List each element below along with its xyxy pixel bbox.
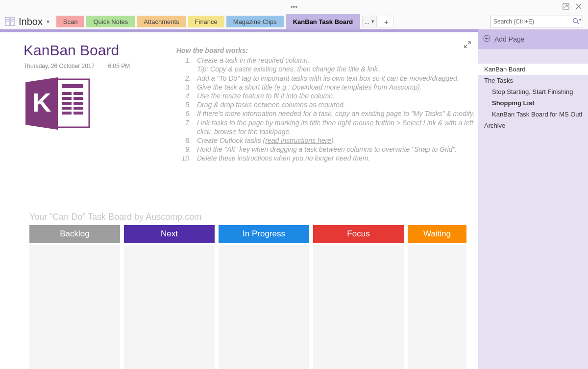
- section-tab-add[interactable]: +: [379, 16, 393, 27]
- ribbon-collapse-dots[interactable]: •••: [291, 3, 298, 11]
- kanban-column-focus[interactable]: Focus: [313, 225, 404, 369]
- howto-step: Add a "To Do" tag to important tasks wit…: [197, 74, 478, 83]
- svg-rect-2: [10, 18, 15, 25]
- board-subtitle: Your “Can Do” Task Board by Auscomp.com: [29, 212, 469, 222]
- kanban-body[interactable]: [313, 245, 404, 369]
- howto-step: Hold the "Alt" key when dragging a task …: [197, 145, 478, 154]
- notebook-label: Inbox: [19, 16, 43, 27]
- section-tab-magazine[interactable]: Magazine Clips: [226, 16, 284, 27]
- page-item-stop-starting[interactable]: Stop Starting, Start Finishing: [478, 86, 588, 97]
- page-panel: Add Page KanBan Board The Tasks Stop Sta…: [478, 29, 588, 369]
- page-item-the-tasks[interactable]: The Tasks: [478, 75, 588, 86]
- kanban-body[interactable]: [29, 245, 120, 369]
- page-date: Thursday, 26 October 2017: [24, 63, 95, 69]
- howto-block[interactable]: How the board works: 1.Create a task in …: [176, 46, 478, 162]
- svg-rect-20: [62, 107, 72, 110]
- page-item-archive[interactable]: Archive: [478, 120, 588, 131]
- section-tab-kanban[interactable]: KanBan Task Board: [286, 14, 361, 29]
- page-time: 6:05 PM: [108, 63, 130, 69]
- add-page-button[interactable]: Add Page: [478, 29, 588, 49]
- page-item-kanban-outlook[interactable]: KanBan Task Board for MS Outl: [478, 109, 588, 120]
- kanban-header-backlog: Backlog: [29, 225, 120, 243]
- notebook-picker[interactable]: Inbox ▼: [5, 16, 50, 27]
- section-tab-quicknotes[interactable]: Quick Notes: [86, 16, 135, 27]
- svg-rect-23: [74, 112, 83, 115]
- svg-rect-22: [62, 112, 72, 115]
- kanban-body[interactable]: [124, 245, 215, 369]
- search-icon[interactable]: ▾: [571, 18, 583, 26]
- notebook-icon: [5, 17, 16, 26]
- add-page-label: Add Page: [494, 35, 525, 43]
- svg-text:K: K: [32, 88, 51, 117]
- search-input[interactable]: [490, 18, 571, 25]
- svg-rect-15: [74, 92, 83, 95]
- page-list: KanBan Board The Tasks Stop Starting, St…: [478, 49, 588, 131]
- svg-rect-21: [74, 107, 83, 110]
- howto-heading: How the board works:: [176, 46, 478, 55]
- howto-step: Use the resize feature to fit it into th…: [197, 92, 478, 100]
- howto-step: Create a task in the required column.: [197, 56, 478, 65]
- chevron-down-icon: ▼: [46, 19, 50, 24]
- section-tabs-overflow[interactable]: ... ▼: [362, 16, 377, 27]
- svg-line-8: [577, 22, 579, 24]
- page-item-shopping-list[interactable]: Shopping List: [478, 97, 588, 109]
- howto-step: Give the task a short title (e.g.: Downl…: [197, 83, 478, 92]
- kanban-column-backlog[interactable]: Backlog: [29, 225, 120, 369]
- kanban-column-waiting[interactable]: Waiting: [408, 225, 466, 369]
- svg-point-7: [573, 18, 578, 23]
- svg-rect-13: [62, 84, 83, 88]
- page-item-kanban-board[interactable]: KanBan Board: [478, 64, 588, 75]
- howto-step: Drag & drop tasks between columns as req…: [197, 100, 478, 109]
- kanban-header-waiting: Waiting: [408, 225, 466, 243]
- howto-step: Delete these instructions when you no lo…: [197, 154, 478, 162]
- kanban-column-next[interactable]: Next: [124, 225, 215, 369]
- kanban-column-inprogress[interactable]: In Progress: [219, 225, 309, 369]
- howto-step: Link tasks to the page by marking its ti…: [197, 118, 478, 136]
- svg-rect-19: [74, 102, 83, 105]
- window-fullscreen-icon[interactable]: [560, 3, 572, 11]
- svg-rect-14: [62, 92, 72, 95]
- section-tab-scan[interactable]: Scan: [56, 16, 85, 27]
- kanban-header-next: Next: [124, 225, 215, 243]
- plus-circle-icon: [483, 35, 490, 44]
- howto-step-tip: Tip: Copy & paste existing ones, then ch…: [197, 65, 380, 73]
- svg-rect-16: [62, 97, 72, 100]
- svg-rect-17: [74, 97, 83, 100]
- kanban-board[interactable]: Backlog Next In Progress Focus Waiting: [29, 225, 469, 369]
- howto-step: Create Outlook tasks (read instructions …: [197, 136, 478, 145]
- section-tab-finance[interactable]: Finance: [188, 16, 224, 27]
- search-box[interactable]: ▾: [490, 16, 583, 27]
- howto-step: If there's more information needed for a…: [197, 109, 478, 118]
- page-canvas[interactable]: KanBan Board Thursday, 26 October 2017 6…: [0, 29, 478, 369]
- svg-rect-18: [62, 102, 72, 105]
- kanban-header-focus: Focus: [313, 225, 404, 243]
- section-tab-attachments[interactable]: Attachments: [137, 16, 186, 27]
- kanban-body[interactable]: [408, 245, 466, 369]
- titlebar: •••: [0, 0, 588, 14]
- kanban-body[interactable]: [219, 245, 309, 369]
- window-close-icon[interactable]: [572, 3, 585, 11]
- tabstrip: Inbox ▼ Scan Quick Notes Attachments Fin…: [0, 14, 588, 29]
- kanban-header-inprogress: In Progress: [219, 225, 309, 243]
- svg-rect-1: [5, 18, 10, 25]
- howto-link[interactable]: read instructions here: [265, 137, 331, 144]
